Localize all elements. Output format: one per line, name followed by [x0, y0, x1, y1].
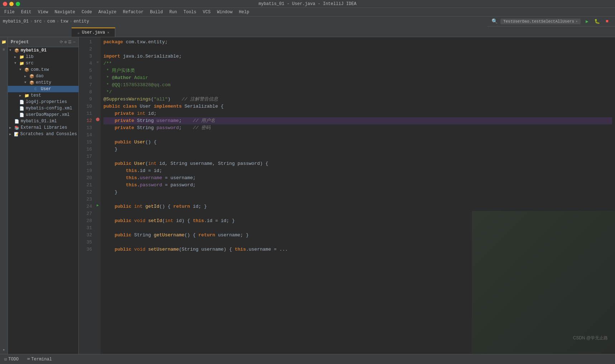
scratches-icon: 📝: [14, 132, 19, 137]
menu-window[interactable]: Window: [214, 9, 235, 15]
tree-item-log4j[interactable]: ▶ 📄 log4j.properties: [8, 99, 78, 105]
structure-icon[interactable]: ≡: [1, 46, 7, 53]
tab-close-icon[interactable]: ✕: [107, 30, 109, 35]
code-line: [103, 46, 612, 53]
code-line: /**: [103, 60, 612, 67]
window-controls[interactable]: [3, 2, 20, 6]
code-editor[interactable]: 1 2 3 4 5 6 7 8 9 10 11 12 13 14 15 16 1…: [79, 37, 615, 354]
package-icon: 📦: [29, 74, 34, 79]
libraries-icon: 📚: [14, 126, 19, 130]
tree-label: User: [41, 87, 51, 92]
tree-item-mybatis01[interactable]: ▼ 📦 mybatis_01: [8, 47, 78, 54]
code-content[interactable]: package com.txw.entity; import java.io.S…: [101, 37, 615, 354]
menu-run[interactable]: Run: [166, 9, 180, 15]
code-line: public void setUsername(String username)…: [103, 246, 612, 253]
run-config-label: TestUserDao.testSelectAllUsers: [503, 19, 574, 24]
chevron-down-icon[interactable]: ▾: [576, 19, 578, 24]
gutter-fold-arrow[interactable]: ▶: [97, 203, 99, 207]
code-line: }: [103, 146, 612, 153]
tree-item-iml[interactable]: ▶ 📄 mybatis_01.iml: [8, 118, 78, 124]
menu-build[interactable]: Build: [147, 9, 166, 15]
tab-label: User.java: [82, 30, 105, 35]
project-view-icon[interactable]: 📁: [1, 39, 7, 45]
menu-navigate[interactable]: Navigate: [52, 9, 78, 15]
breadcrumb: mybatis_01 › src › com › txw › entity: [0, 16, 487, 26]
code-line: @SuppressWarnings("all") // 注解警告信息: [103, 96, 612, 103]
code-line: private int id;: [103, 110, 612, 117]
code-line: this.id = id;: [103, 167, 612, 174]
settings-icon[interactable]: ⚙: [64, 40, 67, 44]
todo-label: TODO: [8, 357, 19, 362]
tree-item-dao[interactable]: ▶ 📦 dao: [8, 73, 78, 79]
code-area: 1 2 3 4 5 6 7 8 9 10 11 12 13 14 15 16 1…: [79, 37, 615, 354]
tree-item-mybatis-config[interactable]: ▶ 📄 mybatis-config.xml: [8, 105, 78, 112]
breadcrumb-src[interactable]: src: [34, 19, 42, 24]
tree-item-external-libraries[interactable]: ▶ 📚 External Libraries: [8, 124, 78, 131]
breadcrumb-txw[interactable]: txw: [60, 19, 68, 24]
search-icon[interactable]: 🔍: [491, 18, 498, 24]
code-line: package com.txw.entity;: [103, 39, 612, 46]
tree-arrow: ▼: [9, 49, 13, 52]
project-panel: Project ⟳ ⚙ ☰ — ▼ 📦 mybatis_01 ▶ 📁 lib ▼…: [8, 37, 79, 354]
tab-user-java[interactable]: ☕ User.java ✕: [72, 28, 115, 37]
code-line: public String getUsername() { return use…: [103, 232, 612, 239]
package-icon: 📦: [24, 68, 29, 72]
breakpoint-marker[interactable]: [96, 118, 100, 121]
close-button[interactable]: [3, 2, 7, 6]
code-line: [103, 239, 612, 246]
tree-item-lib[interactable]: ▶ 📁 lib: [8, 54, 78, 60]
todo-tab[interactable]: ☑ TODO: [3, 356, 20, 363]
menu-vcs[interactable]: VCS: [200, 9, 214, 15]
tree-item-user[interactable]: ▶ C User: [8, 86, 78, 92]
tree-item-test[interactable]: ▶ 📁 test: [8, 92, 78, 99]
favorites-icon[interactable]: ★: [1, 346, 7, 353]
maximize-button[interactable]: [16, 2, 20, 6]
tree-arrow: ▶: [24, 74, 28, 78]
sync-icon[interactable]: ⟳: [60, 40, 63, 44]
code-line: [103, 132, 612, 139]
tree-item-userdaomapper[interactable]: ▶ 📄 userDaoMapper.xml: [8, 112, 78, 118]
terminal-tab[interactable]: ⌨ Terminal: [26, 356, 53, 363]
tree-arrow: ▶: [9, 126, 13, 130]
tree-label: mybatis_01: [21, 48, 47, 53]
tree-item-comtxw[interactable]: ▼ 📦 com.txw: [8, 67, 78, 73]
iml-icon: 📄: [14, 119, 19, 124]
minimize-button[interactable]: [9, 2, 14, 6]
debug-button[interactable]: 🐛: [594, 18, 601, 25]
package-icon: 📦: [29, 80, 34, 85]
menu-analyze[interactable]: Analyze: [96, 9, 119, 15]
top-right-toolbar: 🔍 TestUserDao.testSelectAllUsers ▾ ▶ 🐛 ■: [487, 16, 615, 26]
gutter-fold-marker[interactable]: ≡: [97, 60, 99, 64]
gutter: ≡ ▶: [95, 37, 101, 354]
minimize-panel-icon[interactable]: —: [73, 40, 76, 44]
terminal-icon: ⌨: [27, 356, 30, 362]
tree-item-scratches[interactable]: ▶ 📝 Scratches and Consoles: [8, 131, 78, 137]
menu-file[interactable]: File: [1, 9, 18, 15]
menu-refactor[interactable]: Refactor: [120, 9, 146, 15]
tree-arrow: ▶: [9, 132, 13, 136]
gear-icon[interactable]: ☰: [68, 40, 72, 44]
tree-item-entity[interactable]: ▼ 📦 entity: [8, 79, 78, 86]
menu-view[interactable]: View: [35, 9, 51, 15]
menu-help[interactable]: Help: [236, 9, 252, 15]
props-icon: 📄: [19, 100, 24, 104]
menu-tools[interactable]: Tools: [181, 9, 199, 15]
run-config-selector[interactable]: TestUserDao.testSelectAllUsers ▾: [500, 19, 581, 24]
menu-code[interactable]: Code: [79, 9, 95, 15]
code-line: public User(int id, String username, Str…: [103, 160, 612, 167]
menu-edit[interactable]: Edit: [18, 9, 34, 15]
breadcrumb-com[interactable]: com: [47, 19, 55, 24]
tree-label: External Libraries: [21, 125, 67, 130]
tree-label: src: [26, 61, 34, 66]
tree-arrow: ▶: [19, 94, 23, 98]
tree-label: userDaoMapper.xml: [26, 112, 69, 117]
stop-button[interactable]: ■: [604, 18, 611, 25]
breadcrumb-entity[interactable]: entity: [74, 19, 89, 24]
breadcrumb-project[interactable]: mybatis_01: [3, 19, 29, 24]
class-icon: C: [34, 87, 39, 91]
run-button[interactable]: ▶: [583, 18, 591, 25]
left-toolbar: 📁 ≡ ★: [0, 37, 8, 354]
module-icon: 📦: [14, 48, 19, 53]
tree-item-src[interactable]: ▼ 📁 src: [8, 60, 78, 67]
code-line: public void setId(int id) { this.id = id…: [103, 217, 612, 225]
